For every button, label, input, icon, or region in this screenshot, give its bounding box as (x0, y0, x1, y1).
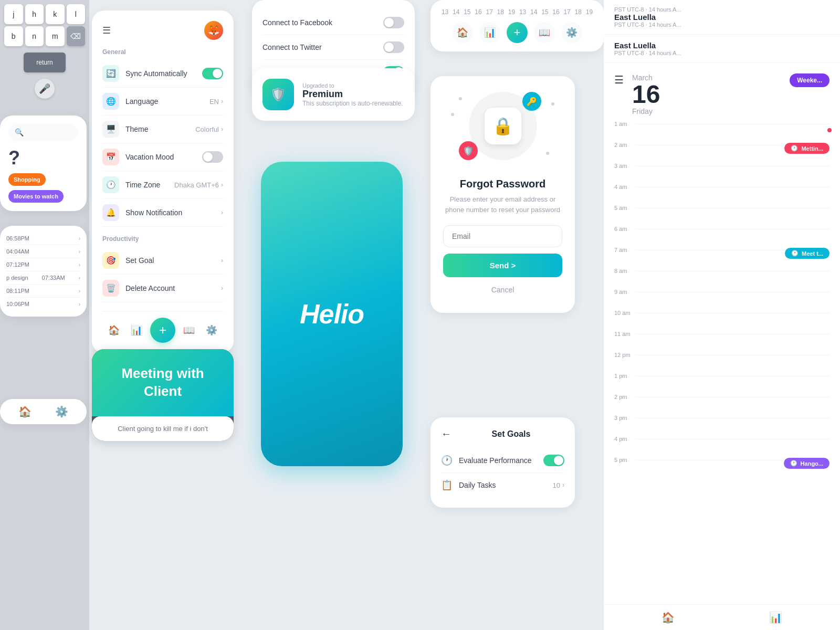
key-b[interactable]: b (4, 26, 23, 46)
cal-date[interactable]: 15 (541, 8, 549, 16)
week-badge[interactable]: Weeke... (790, 74, 830, 87)
key-k[interactable]: k (46, 4, 65, 24)
cal-date[interactable]: 18 (497, 8, 505, 16)
settings-item-language[interactable]: 🌐 Language EN › (102, 88, 223, 116)
time-row-3pm: 3 pm (604, 414, 840, 435)
key-h[interactable]: h (25, 4, 44, 24)
settings-header: ☰ 🦊 (102, 21, 223, 40)
right-bottom-nav: 🏠 📊 (604, 604, 840, 630)
cal-date[interactable]: 13 (441, 8, 449, 16)
cal-date[interactable]: 19 (585, 8, 593, 16)
chart-cal-icon[interactable]: 📊 (479, 22, 500, 43)
hamburger-icon[interactable]: ☰ (102, 25, 111, 36)
hamburger-icon[interactable]: ☰ (614, 74, 624, 86)
chart-nav-icon[interactable]: 📊 (769, 611, 782, 624)
key-badge: 🔑 (522, 92, 541, 111)
time-row-2pm: 2 pm (604, 393, 840, 414)
facebook-label: Connect to Facebook (262, 18, 383, 27)
vacation-toggle[interactable] (202, 151, 223, 163)
dot-decor (551, 102, 554, 106)
pill-movies[interactable]: Movies to watch (8, 190, 64, 203)
cal-date[interactable]: 13 (519, 8, 527, 16)
time-line (635, 334, 830, 334)
key-m[interactable]: m (46, 26, 65, 46)
time-row-1am: 1 am (604, 120, 840, 141)
book-cal-icon[interactable]: 📖 (534, 22, 555, 43)
delete-key[interactable]: ⌫ (67, 26, 86, 46)
facebook-toggle[interactable] (383, 17, 404, 28)
key-l[interactable]: l (67, 4, 86, 24)
time-row-2am: 2 am 🕐 Mettin... (604, 141, 840, 162)
book-nav-icon[interactable]: 📖 (180, 321, 198, 340)
meeting-header: Meeting with Client (92, 349, 234, 416)
sync-toggle[interactable] (202, 68, 223, 79)
settings-item-timezone[interactable]: 🕐 Time Zone Dhaka GMT+6 › (102, 171, 223, 199)
goals-header: ← Set Goals (441, 428, 564, 440)
time-line (635, 418, 830, 418)
pill-shopping[interactable]: Shopping (8, 173, 46, 186)
small-left-panel: 🔍 ? Shopping Movies to watch (0, 116, 87, 211)
add-cal-button[interactable]: + (507, 22, 528, 43)
cal-date[interactable]: 15 (463, 8, 471, 16)
chart-nav-icon[interactable]: 📊 (127, 321, 146, 340)
cal-date[interactable]: 14 (530, 8, 538, 16)
social-item-twitter[interactable]: Connect to Twitter (262, 35, 404, 60)
event-badge[interactable]: 🕐 Mettin... (784, 143, 830, 154)
key-n[interactable]: n (25, 26, 44, 46)
goal-label: Set Goal (125, 256, 221, 265)
fab-button[interactable]: + (150, 318, 175, 343)
time-label: 10 am (614, 309, 635, 316)
cal-date[interactable]: 17 (563, 8, 571, 16)
twitter-toggle[interactable] (383, 41, 404, 53)
timezone-value: Dhaka GMT+6 (174, 181, 219, 189)
settings-item-sync[interactable]: 🔄 Sync Automatically (102, 60, 223, 88)
shield-badge: 🛡️ (459, 141, 478, 160)
time-line (635, 355, 830, 355)
cal-date[interactable]: 16 (474, 8, 482, 16)
search-icon: 🔍 (15, 128, 24, 136)
cal-date[interactable]: 18 (574, 8, 582, 16)
delete-icon: 🗑️ (102, 280, 119, 297)
question-display: ? (8, 147, 78, 169)
search-bar[interactable]: 🔍 (8, 124, 78, 141)
notification-icon: 🔔 (102, 204, 119, 221)
time-row-11am: 11 am (604, 330, 840, 351)
social-item-facebook[interactable]: Connect to Facebook (262, 10, 404, 35)
cal-date[interactable]: 19 (508, 8, 516, 16)
gear-icon[interactable]: ⚙️ (55, 405, 68, 418)
gear-nav-icon[interactable]: ⚙️ (202, 321, 221, 340)
goals-panel: ← Set Goals 🕐 Evaluate Performance 📋 Dai… (430, 417, 575, 508)
home-nav-icon[interactable]: 🏠 (662, 611, 675, 624)
tasks-value: 10 (553, 481, 560, 489)
send-button[interactable]: Send > (443, 254, 562, 277)
settings-item-notification[interactable]: 🔔 Show Notification › (102, 199, 223, 227)
return-key[interactable]: return (24, 52, 66, 72)
settings-item-delete[interactable]: 🗑️ Delete Account › (102, 275, 223, 302)
goal-item-tasks[interactable]: 📋 Daily Tasks 10 › (441, 473, 564, 497)
settings-item-theme[interactable]: 🖥️ Theme Colorful › (102, 116, 223, 143)
home-nav-icon[interactable]: 🏠 (104, 321, 123, 340)
sync-label: Sync Automatically (125, 69, 202, 78)
cancel-button[interactable]: Cancel (443, 282, 562, 297)
mic-key[interactable]: 🎤 (35, 79, 55, 99)
cal-date[interactable]: 14 (452, 8, 460, 16)
settings-item-vacation[interactable]: 📅 Vacation Mood (102, 143, 223, 171)
performance-toggle[interactable] (543, 455, 564, 466)
goal-item-performance[interactable]: 🕐 Evaluate Performance (441, 448, 564, 473)
clock-icon: 🕐 (791, 250, 799, 257)
key-j[interactable]: j (4, 4, 23, 24)
vacation-label: Vacation Mood (125, 153, 202, 161)
time-label: 2 pm (614, 393, 635, 400)
email-input[interactable] (443, 225, 562, 247)
home-icon[interactable]: 🏠 (18, 405, 32, 418)
event-badge[interactable]: 🕐 Hango... (784, 458, 830, 469)
cal-date[interactable]: 16 (552, 8, 560, 16)
event-badge[interactable]: 🕐 Meet t... (785, 248, 830, 259)
home-cal-icon[interactable]: 🏠 (452, 22, 473, 43)
toggle-knob (554, 456, 563, 465)
cal-date[interactable]: 17 (486, 8, 494, 16)
time-row-1pm: 1 pm (604, 372, 840, 393)
back-button[interactable]: ← (441, 428, 452, 440)
settings-item-goal[interactable]: 🎯 Set Goal › (102, 247, 223, 275)
gear-cal-icon[interactable]: ⚙️ (561, 22, 582, 43)
